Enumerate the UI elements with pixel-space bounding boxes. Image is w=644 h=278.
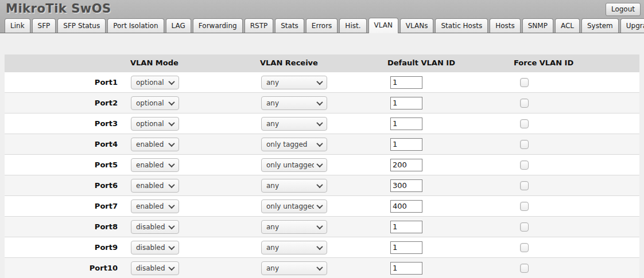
tab-hosts[interactable]: Hosts bbox=[490, 18, 521, 33]
default-vlan-id-input[interactable] bbox=[390, 118, 422, 130]
vlan-receive-select[interactable]: any bbox=[261, 241, 327, 254]
vlan-mode-value: optional bbox=[136, 99, 166, 107]
vlan-mode-value: disabled bbox=[136, 264, 166, 272]
tab-upgrade[interactable]: Upgrade bbox=[620, 18, 644, 33]
default-vlan-id-input[interactable] bbox=[390, 159, 422, 171]
vlan-receive-value: any bbox=[266, 244, 314, 252]
vlan-mode-value: enabled bbox=[136, 140, 166, 148]
tab-hist[interactable]: Hist. bbox=[339, 18, 366, 33]
vlan-mode-select[interactable]: optional bbox=[131, 96, 179, 110]
vlan-mode-select[interactable]: enabled bbox=[131, 158, 179, 172]
vlan-mode-value: disabled bbox=[136, 244, 166, 252]
chevron-down-icon bbox=[168, 78, 174, 84]
chevron-down-icon bbox=[316, 99, 323, 105]
vlan-mode-select[interactable]: enabled bbox=[131, 179, 179, 193]
default-vlan-id-input[interactable] bbox=[390, 221, 422, 233]
vlan-receive-select[interactable]: any bbox=[261, 117, 327, 131]
vlan-receive-value: only tagged bbox=[266, 140, 314, 148]
table-body: Port1optionalanyPort2optionalanyPort3opt… bbox=[5, 72, 639, 278]
tab-snmp[interactable]: SNMP bbox=[522, 18, 553, 33]
chevron-down-icon bbox=[168, 243, 174, 249]
column-header-vlan-receive: VLAN Receive bbox=[260, 54, 318, 72]
vlan-mode-value: optional bbox=[136, 79, 166, 87]
port-label: Port4 bbox=[5, 134, 118, 154]
chevron-down-icon bbox=[316, 264, 323, 270]
column-header-vlan-mode: VLAN Mode bbox=[130, 54, 179, 72]
vlan-mode-select[interactable]: optional bbox=[131, 117, 179, 131]
port-label: Port6 bbox=[5, 175, 118, 195]
tab-link[interactable]: Link bbox=[5, 18, 30, 33]
force-vlan-id-checkbox[interactable] bbox=[520, 140, 529, 149]
vlan-receive-value: any bbox=[266, 223, 314, 231]
port-label: Port9 bbox=[5, 237, 118, 257]
chevron-down-icon bbox=[316, 78, 323, 84]
default-vlan-id-input[interactable] bbox=[390, 76, 422, 89]
tab-sfp-status[interactable]: SFP Status bbox=[57, 18, 106, 33]
vlan-receive-value: any bbox=[266, 79, 314, 87]
tab-sfp[interactable]: SFP bbox=[32, 18, 56, 33]
vlan-receive-select[interactable]: any bbox=[261, 261, 327, 275]
chevron-down-icon bbox=[316, 202, 323, 208]
tab-errors[interactable]: Errors bbox=[306, 18, 338, 33]
logout-button[interactable]: Logout bbox=[606, 3, 641, 16]
chevron-down-icon bbox=[316, 243, 323, 249]
table-row: Port10disabledany bbox=[5, 257, 639, 278]
force-vlan-id-checkbox[interactable] bbox=[520, 99, 529, 108]
table-row: Port1optionalany bbox=[5, 72, 639, 92]
tab-vlans[interactable]: VLANs bbox=[400, 18, 434, 33]
force-vlan-id-checkbox[interactable] bbox=[520, 78, 529, 87]
vlan-receive-select[interactable]: any bbox=[261, 220, 327, 234]
vlan-mode-value: optional bbox=[136, 120, 166, 128]
vlan-mode-select[interactable]: disabled bbox=[131, 241, 179, 254]
chevron-down-icon bbox=[168, 222, 174, 229]
column-header-force-vlan-id: Force VLAN ID bbox=[514, 54, 573, 72]
port-label: Port2 bbox=[5, 93, 118, 113]
vlan-mode-select[interactable]: enabled bbox=[131, 199, 179, 213]
column-header-default-vlan-id: Default VLAN ID bbox=[387, 54, 455, 72]
vlan-mode-value: enabled bbox=[136, 202, 166, 210]
force-vlan-id-checkbox[interactable] bbox=[520, 243, 529, 252]
table-row: Port3optionalany bbox=[5, 113, 639, 134]
vlan-receive-select[interactable]: any bbox=[261, 96, 327, 110]
default-vlan-id-input[interactable] bbox=[390, 262, 422, 275]
tab-forwarding[interactable]: Forwarding bbox=[193, 18, 243, 33]
vlan-mode-select[interactable]: optional bbox=[131, 76, 179, 89]
vlan-receive-select[interactable]: only untagged bbox=[261, 158, 327, 172]
default-vlan-id-input[interactable] bbox=[390, 138, 422, 151]
tab-static-hosts[interactable]: Static Hosts bbox=[435, 18, 488, 33]
default-vlan-id-input[interactable] bbox=[390, 241, 422, 254]
vlan-receive-value: any bbox=[266, 264, 314, 272]
vlan-receive-select[interactable]: any bbox=[261, 76, 327, 89]
default-vlan-id-input[interactable] bbox=[390, 200, 422, 213]
port-label: Port7 bbox=[5, 196, 118, 216]
chevron-down-icon bbox=[316, 119, 323, 126]
vlan-mode-select[interactable]: disabled bbox=[131, 261, 179, 275]
tab-lag[interactable]: LAG bbox=[166, 18, 191, 33]
table-row: Port7enabledonly untagged bbox=[5, 195, 639, 216]
tab-port-isolation[interactable]: Port Isolation bbox=[107, 18, 164, 33]
table-row: Port6enabledany bbox=[5, 175, 639, 195]
vlan-mode-select[interactable]: enabled bbox=[131, 138, 179, 151]
app-header: MikroTik SwOS Logout LinkSFPSFP StatusPo… bbox=[0, 0, 644, 33]
force-vlan-id-checkbox[interactable] bbox=[520, 202, 529, 211]
tab-rstp[interactable]: RSTP bbox=[245, 18, 274, 33]
tab-system[interactable]: System bbox=[581, 18, 619, 33]
chevron-down-icon bbox=[168, 264, 174, 270]
force-vlan-id-checkbox[interactable] bbox=[520, 119, 529, 128]
tab-stats[interactable]: Stats bbox=[275, 18, 304, 33]
tab-acl[interactable]: ACL bbox=[555, 18, 580, 33]
vlan-mode-value: enabled bbox=[136, 161, 166, 169]
force-vlan-id-checkbox[interactable] bbox=[520, 264, 529, 273]
vlan-receive-select[interactable]: only untagged bbox=[261, 199, 327, 213]
table-header-row: VLAN Mode VLAN Receive Default VLAN ID F… bbox=[5, 54, 639, 72]
vlan-receive-select[interactable]: only tagged bbox=[261, 138, 327, 151]
vlan-receive-select[interactable]: any bbox=[261, 179, 327, 193]
vlan-mode-select[interactable]: disabled bbox=[131, 220, 179, 234]
default-vlan-id-input[interactable] bbox=[390, 179, 422, 192]
vlan-mode-value: enabled bbox=[136, 182, 166, 190]
tab-vlan[interactable]: VLAN bbox=[368, 18, 398, 33]
force-vlan-id-checkbox[interactable] bbox=[520, 222, 529, 232]
default-vlan-id-input[interactable] bbox=[390, 97, 422, 109]
force-vlan-id-checkbox[interactable] bbox=[520, 181, 529, 190]
force-vlan-id-checkbox[interactable] bbox=[520, 160, 529, 170]
